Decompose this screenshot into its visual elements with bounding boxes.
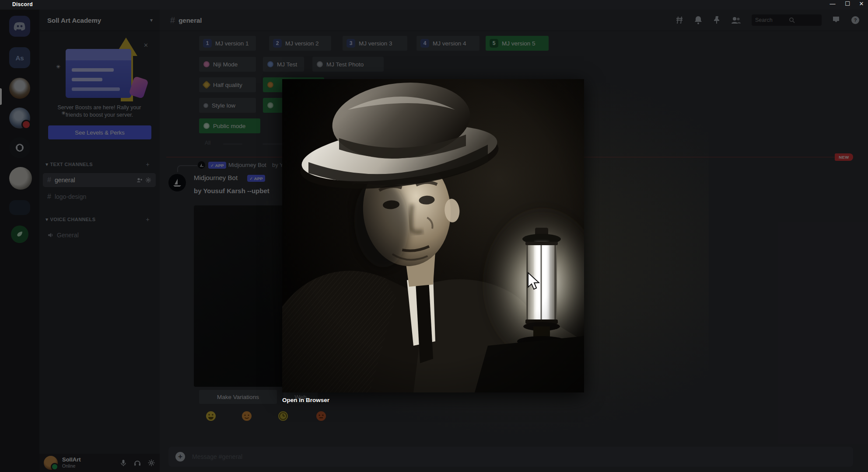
discord-wordmark: Discord — [12, 1, 33, 7]
open-in-browser-link[interactable]: Open in Browser — [282, 397, 329, 403]
close-button[interactable]: ✕ — [855, 0, 868, 7]
maximize-button[interactable]: ☐ — [841, 0, 854, 7]
vignette — [282, 79, 584, 392]
window-titlebar: Discord — ☐ ✕ — [0, 0, 868, 10]
minimize-button[interactable]: — — [826, 0, 839, 7]
lightbox-image-portrait[interactable] — [282, 79, 584, 392]
mouse-cursor — [527, 272, 540, 290]
